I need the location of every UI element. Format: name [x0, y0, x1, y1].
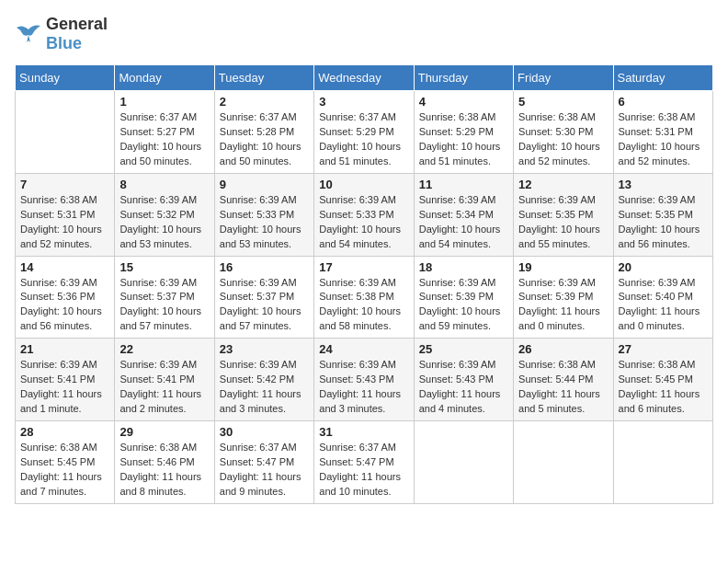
cell-info: Sunrise: 6:39 AMSunset: 5:43 PMDaylight:…	[419, 358, 508, 417]
calendar-cell: 19Sunrise: 6:39 AMSunset: 5:39 PMDayligh…	[514, 256, 613, 339]
cell-info: Sunrise: 6:39 AMSunset: 5:33 PMDaylight:…	[319, 193, 408, 252]
day-number: 16	[220, 260, 309, 274]
cell-info: Sunrise: 6:39 AMSunset: 5:32 PMDaylight:…	[119, 193, 209, 252]
calendar-cell: 10Sunrise: 6:39 AMSunset: 5:33 PMDayligh…	[314, 173, 414, 256]
calendar-cell: 21Sunrise: 6:39 AMSunset: 5:41 PMDayligh…	[16, 339, 115, 421]
day-number: 18	[419, 260, 508, 274]
day-number: 3	[319, 95, 408, 109]
day-number: 21	[20, 342, 109, 356]
day-number: 13	[619, 178, 708, 191]
calendar-cell	[613, 421, 712, 504]
calendar-cell: 13Sunrise: 6:39 AMSunset: 5:35 PMDayligh…	[613, 173, 712, 256]
day-number: 19	[518, 260, 608, 274]
calendar-cell: 18Sunrise: 6:39 AMSunset: 5:39 PMDayligh…	[414, 256, 513, 339]
day-number: 22	[119, 342, 209, 356]
day-number: 23	[220, 342, 309, 356]
calendar-cell: 16Sunrise: 6:39 AMSunset: 5:37 PMDayligh…	[214, 256, 313, 339]
day-number: 2	[220, 95, 309, 109]
day-number: 14	[20, 260, 109, 274]
cell-info: Sunrise: 6:39 AMSunset: 5:43 PMDaylight:…	[319, 358, 408, 417]
day-number: 8	[119, 178, 209, 191]
calendar-cell: 14Sunrise: 6:39 AMSunset: 5:36 PMDayligh…	[16, 256, 115, 339]
calendar-cell: 8Sunrise: 6:39 AMSunset: 5:32 PMDaylight…	[115, 173, 214, 256]
calendar-cell: 28Sunrise: 6:38 AMSunset: 5:45 PMDayligh…	[16, 421, 115, 504]
day-number: 17	[319, 260, 408, 274]
weekday-header-cell: Thursday	[414, 65, 513, 91]
calendar-cell: 24Sunrise: 6:39 AMSunset: 5:43 PMDayligh…	[314, 339, 414, 421]
weekday-header-cell: Friday	[514, 65, 613, 91]
weekday-header-cell: Sunday	[16, 65, 115, 91]
weekday-header-cell: Monday	[115, 65, 214, 91]
calendar-cell: 3Sunrise: 6:37 AMSunset: 5:29 PMDaylight…	[314, 91, 414, 174]
calendar-cell: 23Sunrise: 6:39 AMSunset: 5:42 PMDayligh…	[214, 339, 313, 421]
cell-info: Sunrise: 6:38 AMSunset: 5:45 PMDaylight:…	[20, 441, 109, 500]
cell-info: Sunrise: 6:39 AMSunset: 5:39 PMDaylight:…	[419, 276, 508, 335]
cell-info: Sunrise: 6:38 AMSunset: 5:29 PMDaylight:…	[419, 110, 508, 169]
calendar-cell: 27Sunrise: 6:38 AMSunset: 5:45 PMDayligh…	[613, 339, 712, 421]
cell-info: Sunrise: 6:39 AMSunset: 5:40 PMDaylight:…	[619, 276, 708, 335]
cell-info: Sunrise: 6:39 AMSunset: 5:37 PMDaylight:…	[220, 276, 309, 335]
day-number: 29	[119, 425, 209, 439]
calendar-cell: 25Sunrise: 6:39 AMSunset: 5:43 PMDayligh…	[414, 339, 513, 421]
day-number: 4	[419, 95, 508, 109]
cell-info: Sunrise: 6:39 AMSunset: 5:34 PMDaylight:…	[419, 193, 508, 252]
cell-info: Sunrise: 6:39 AMSunset: 5:37 PMDaylight:…	[119, 276, 209, 335]
calendar-cell: 20Sunrise: 6:39 AMSunset: 5:40 PMDayligh…	[613, 256, 712, 339]
cell-info: Sunrise: 6:39 AMSunset: 5:33 PMDaylight:…	[220, 193, 309, 252]
calendar-cell: 12Sunrise: 6:39 AMSunset: 5:35 PMDayligh…	[514, 173, 613, 256]
weekday-header-cell: Tuesday	[214, 65, 313, 91]
calendar-cell: 6Sunrise: 6:38 AMSunset: 5:31 PMDaylight…	[613, 91, 712, 174]
logo-text: General Blue	[46, 15, 108, 53]
cell-info: Sunrise: 6:39 AMSunset: 5:41 PMDaylight:…	[119, 358, 209, 417]
calendar-cell: 17Sunrise: 6:39 AMSunset: 5:38 PMDayligh…	[314, 256, 414, 339]
day-number: 10	[319, 178, 408, 191]
cell-info: Sunrise: 6:38 AMSunset: 5:44 PMDaylight:…	[518, 358, 608, 417]
calendar-week-row: 21Sunrise: 6:39 AMSunset: 5:41 PMDayligh…	[16, 339, 713, 421]
day-number: 25	[419, 342, 508, 356]
day-number: 15	[119, 260, 209, 274]
calendar-cell: 4Sunrise: 6:38 AMSunset: 5:29 PMDaylight…	[414, 91, 513, 174]
day-number: 30	[220, 425, 309, 439]
calendar-cell: 29Sunrise: 6:38 AMSunset: 5:46 PMDayligh…	[115, 421, 214, 504]
calendar-table: SundayMondayTuesdayWednesdayThursdayFrid…	[15, 64, 713, 504]
page-header: General Blue	[15, 15, 713, 53]
calendar-week-row: 28Sunrise: 6:38 AMSunset: 5:45 PMDayligh…	[16, 421, 713, 504]
day-number: 1	[119, 95, 209, 109]
calendar-cell	[514, 421, 613, 504]
cell-info: Sunrise: 6:38 AMSunset: 5:45 PMDaylight:…	[619, 358, 708, 417]
day-number: 31	[319, 425, 408, 439]
day-number: 27	[619, 342, 708, 356]
calendar-week-row: 1Sunrise: 6:37 AMSunset: 5:27 PMDaylight…	[16, 91, 713, 174]
day-number: 26	[518, 342, 608, 356]
cell-info: Sunrise: 6:39 AMSunset: 5:38 PMDaylight:…	[319, 276, 408, 335]
cell-info: Sunrise: 6:38 AMSunset: 5:31 PMDaylight:…	[20, 193, 109, 252]
day-number: 5	[518, 95, 608, 109]
day-number: 7	[20, 178, 109, 191]
day-number: 28	[20, 425, 109, 439]
cell-info: Sunrise: 6:37 AMSunset: 5:27 PMDaylight:…	[119, 110, 209, 169]
calendar-cell: 7Sunrise: 6:38 AMSunset: 5:31 PMDaylight…	[16, 173, 115, 256]
cell-info: Sunrise: 6:39 AMSunset: 5:35 PMDaylight:…	[518, 193, 608, 252]
weekday-header-cell: Wednesday	[314, 65, 414, 91]
day-number: 9	[220, 178, 309, 191]
cell-info: Sunrise: 6:38 AMSunset: 5:46 PMDaylight:…	[119, 441, 209, 500]
calendar-cell: 31Sunrise: 6:37 AMSunset: 5:47 PMDayligh…	[314, 421, 414, 504]
day-number: 12	[518, 178, 608, 191]
logo: General Blue	[15, 15, 108, 53]
calendar-cell: 1Sunrise: 6:37 AMSunset: 5:27 PMDaylight…	[115, 91, 214, 174]
calendar-cell: 15Sunrise: 6:39 AMSunset: 5:37 PMDayligh…	[115, 256, 214, 339]
calendar-cell: 9Sunrise: 6:39 AMSunset: 5:33 PMDaylight…	[214, 173, 313, 256]
calendar-cell: 30Sunrise: 6:37 AMSunset: 5:47 PMDayligh…	[214, 421, 313, 504]
calendar-week-row: 7Sunrise: 6:38 AMSunset: 5:31 PMDaylight…	[16, 173, 713, 256]
cell-info: Sunrise: 6:37 AMSunset: 5:47 PMDaylight:…	[319, 441, 408, 500]
calendar-cell: 22Sunrise: 6:39 AMSunset: 5:41 PMDayligh…	[115, 339, 214, 421]
calendar-body: 1Sunrise: 6:37 AMSunset: 5:27 PMDaylight…	[16, 91, 713, 504]
cell-info: Sunrise: 6:39 AMSunset: 5:42 PMDaylight:…	[220, 358, 309, 417]
day-number: 24	[319, 342, 408, 356]
cell-info: Sunrise: 6:37 AMSunset: 5:28 PMDaylight:…	[220, 110, 309, 169]
day-number: 11	[419, 178, 508, 191]
calendar-cell: 26Sunrise: 6:38 AMSunset: 5:44 PMDayligh…	[514, 339, 613, 421]
calendar-cell: 5Sunrise: 6:38 AMSunset: 5:30 PMDaylight…	[514, 91, 613, 174]
calendar-week-row: 14Sunrise: 6:39 AMSunset: 5:36 PMDayligh…	[16, 256, 713, 339]
logo-icon	[15, 22, 42, 46]
